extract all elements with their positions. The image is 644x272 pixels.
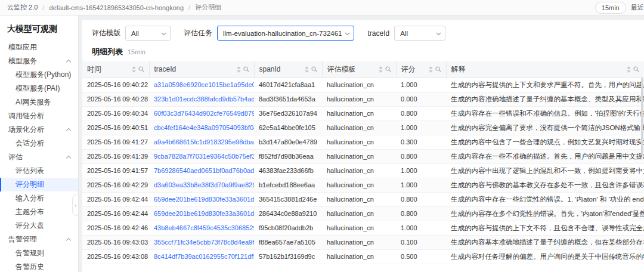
sidebar-item[interactable]: 告警管理 <box>0 233 78 246</box>
cell-score: 0.100 <box>396 235 446 249</box>
sort-icon[interactable] <box>305 66 309 73</box>
cell-traceid-link[interactable]: 8c414df7b39ac0162955c70f121df5b7 <box>149 249 254 264</box>
sidebar-item[interactable]: 告警历史 <box>0 260 78 272</box>
sidebar-item[interactable]: 模型服务(Python) <box>0 68 78 82</box>
cell-time: 2025-05-16 09:41:57 <box>82 163 149 178</box>
sidebar-item-label: 调用链分析 <box>8 111 44 121</box>
template-filter-value: All <box>131 30 139 37</box>
cell-traceid-link[interactable]: cbc4fef164e4e348a097054093bf04 <box>149 120 254 135</box>
table-row[interactable]: 2025-05-16 09:43:08 8c414df7b39ac0162955… <box>82 249 644 264</box>
cell-time: 2025-05-16 09:43:03 <box>82 235 149 249</box>
cell-time: 2025-05-16 09:40:28 <box>82 92 149 106</box>
column-header-template[interactable]: 评估模板 <box>322 61 396 78</box>
cell-traceid-link[interactable]: 659dee201be619d830fe33a3601da4f4 <box>149 206 254 221</box>
sort-icon[interactable] <box>379 66 383 73</box>
sidebar-item[interactable]: 评估 <box>0 150 78 164</box>
cell-explain: 生成的内容基本准确地描述了量子纠缠的概念，但在某些部分存在一些不准确或 <box>446 235 644 249</box>
sidebar-item[interactable]: 模型应用 <box>0 41 78 54</box>
table-row[interactable]: 2025-05-16 09:42:44 659dee201be619d830fe… <box>82 192 644 206</box>
sidebar-item[interactable]: 主题分布 <box>0 205 78 219</box>
sidebar-item-label: 评分明细 <box>16 180 44 190</box>
time-window-button[interactable]: 15min <box>595 2 626 14</box>
traceid-filter-select[interactable]: All <box>394 26 445 41</box>
table-row[interactable]: 2025-05-16 09:42:29 d3a603ea33b8e38f3d70… <box>82 178 644 192</box>
table-row[interactable]: 2025-05-16 09:40:51 cbc4fef164e4e348a097… <box>82 120 644 135</box>
list-header: 明细列表 15min <box>82 46 644 61</box>
cell-traceid-link[interactable]: 659dee201be619d830fe33a3601da4f4 <box>149 192 254 206</box>
sidebar-item-label: 评分大盘 <box>16 221 44 231</box>
breadcrumb-instance[interactable]: default-cms-1654218965343050-cn-hongkong <box>49 4 184 11</box>
table-row[interactable]: 2025-05-16 09:42:46 43b8eb4667c8f459c453… <box>82 221 644 235</box>
list-title: 明细列表 <box>92 47 123 57</box>
search-icon[interactable] <box>311 66 317 72</box>
table-row[interactable]: 2025-05-16 09:40:22 a31a0598e6920ce1015b… <box>82 78 644 92</box>
cell-traceid-link[interactable]: a31a0598e6920ce1015be1a95de0c600 <box>149 78 254 92</box>
vertical-scrollbar[interactable] <box>641 78 643 155</box>
sort-icon[interactable] <box>429 66 433 73</box>
sidebar-item[interactable]: 会话分析 <box>0 137 78 150</box>
cell-traceid-link[interactable]: d3a603ea33b8e38f3d70a9f9ae829c08 <box>149 178 254 192</box>
sidebar-item-label: 告警历史 <box>16 262 44 272</box>
breadcrumb-separator: / <box>42 4 44 11</box>
sidebar-item[interactable]: AI网关服务 <box>0 95 78 109</box>
chevron-up-icon <box>66 60 71 64</box>
sidebar-item-label: 告警规则 <box>16 248 44 258</box>
table-row[interactable]: 2025-05-16 09:43:03 355ccf71fc34e5cbb73f… <box>82 235 644 249</box>
cell-explain: 生成的内容中包含了一些合理的观点，例如文艺复兴时期对现实主义、透视法、明 <box>446 135 644 149</box>
cell-traceid-link[interactable]: a9a4b668615fc1d9183295e98dbaa69d <box>149 135 254 149</box>
cell-spanid: f88ea657ae7a5105 <box>254 235 322 249</box>
cell-traceid-link[interactable]: 7b69286540aed0651bf0ad76b0ad8edf <box>149 163 254 178</box>
cell-template: hallucination_cn <box>322 206 396 221</box>
sidebar-collapse-button[interactable]: ‹ <box>72 194 79 216</box>
cell-traceid-link[interactable]: 60f03c3d76434d902cfe76549d879ff9 <box>149 106 254 120</box>
table-header-row: 时间 traceId spanId 评估模板 评分 解释 <box>82 61 644 78</box>
search-icon[interactable] <box>138 66 144 72</box>
cell-explain: 生成的内容中存在一些幻觉性的错误。1. '内aton' 和 '功业的 ended… <box>446 192 644 206</box>
table-row[interactable]: 2025-05-16 09:41:27 a9a4b668615fc1d91832… <box>82 135 644 149</box>
cell-traceid-link[interactable]: 355ccf71fc34e5cbb73f78c8d4ea9fa3 <box>149 235 254 249</box>
column-header-score[interactable]: 评分 <box>396 61 446 78</box>
search-icon[interactable] <box>243 66 249 72</box>
breadcrumb-separator: / <box>188 4 190 11</box>
table-row[interactable]: 2025-05-16 09:42:44 659dee201be619d830fe… <box>82 206 644 221</box>
sidebar-item[interactable]: 输入分析 <box>0 191 78 205</box>
sidebar-nav: 模型应用模型服务模型服务(Python)模型服务(PAI)AI网关服务调用链分析… <box>0 41 78 272</box>
search-icon[interactable] <box>385 66 391 72</box>
sidebar-item[interactable]: 场景化分析 <box>0 123 78 137</box>
table-row[interactable]: 2025-05-16 09:41:57 7b69286540aed0651bf0… <box>82 163 644 178</box>
cell-time: 2025-05-16 09:43:08 <box>82 249 149 264</box>
task-filter-select[interactable]: llm-evaluation-hallucination_cn-732461 <box>217 26 354 41</box>
topbar-right: 15min 最近15分钟 <box>595 2 644 14</box>
sidebar-item-label: AI网关服务 <box>16 97 51 107</box>
app-title[interactable]: 云监控 2.0 <box>7 3 38 12</box>
sidebar-item[interactable]: 评分明细 <box>0 178 78 191</box>
table-row[interactable]: 2025-05-16 09:40:28 323b1d01ecdc388fafcd… <box>82 92 644 106</box>
column-header-explain[interactable]: 解释 <box>446 61 644 78</box>
sidebar-item[interactable]: 告警规则 <box>0 246 78 260</box>
cell-template: hallucination_cn <box>322 78 396 92</box>
sort-icon[interactable] <box>627 66 631 73</box>
sidebar-item[interactable]: 评估列表 <box>0 164 78 178</box>
template-filter-select[interactable]: All <box>125 26 171 41</box>
search-icon[interactable] <box>633 66 639 72</box>
sort-icon[interactable] <box>132 66 136 73</box>
search-icon[interactable] <box>435 66 441 72</box>
column-header-traceid[interactable]: traceId <box>149 61 254 78</box>
column-header-spanid[interactable]: spanId <box>254 61 322 78</box>
cell-score: 0.800 <box>396 192 446 206</box>
sidebar-item[interactable]: 模型服务(PAI) <box>0 82 78 95</box>
sidebar-item[interactable]: 模型服务 <box>0 54 78 68</box>
table-row[interactable]: 2025-05-16 09:40:34 60f03c3d76434d902cfe… <box>82 106 644 120</box>
sort-icon[interactable] <box>237 66 241 73</box>
cell-traceid-link[interactable]: 43b8eb4667c8f459c4535c306852974d <box>149 221 254 235</box>
sidebar-item[interactable]: 调用链分析 <box>0 109 78 123</box>
cell-score: 0.500 <box>396 249 446 264</box>
table-row[interactable]: 2025-05-16 09:41:39 9cba7828a7f7031e9364… <box>82 149 644 163</box>
cell-traceid-link[interactable]: 323b1d01ecdc388fafcd9db57b4adcfb <box>149 92 254 106</box>
cell-traceid-link[interactable]: 9cba7828a7f7031e9364c50b75ef3ed2 <box>149 149 254 163</box>
time-range-label[interactable]: 最近15分钟 <box>631 3 644 12</box>
sidebar: 大模型可观测 模型应用模型服务模型服务(Python)模型服务(PAI)AI网关… <box>0 16 79 272</box>
column-header-time[interactable]: 时间 <box>82 61 149 78</box>
main-content: 评估模版 All 评估任务 llm-evaluation-hallucinati… <box>79 16 644 272</box>
sidebar-item[interactable]: 评分大盘 <box>0 219 78 233</box>
